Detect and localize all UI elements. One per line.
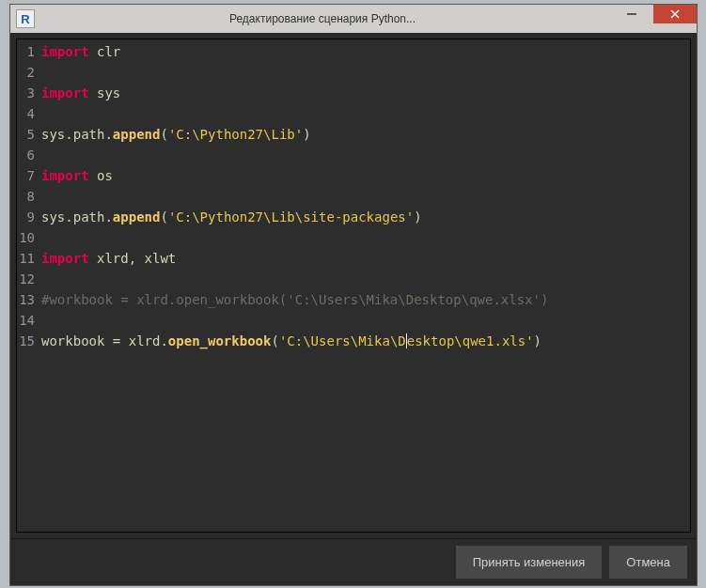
line-number: 12 <box>17 269 38 289</box>
code-line[interactable] <box>41 62 690 83</box>
app-icon: R <box>16 9 35 28</box>
line-number: 3 <box>17 83 38 103</box>
code-line[interactable] <box>41 310 690 331</box>
code-line[interactable] <box>41 145 690 165</box>
cancel-button[interactable]: Отмена <box>609 546 687 579</box>
line-number: 10 <box>17 227 38 248</box>
code-line[interactable] <box>41 186 690 207</box>
close-icon <box>670 9 680 19</box>
code-editor[interactable]: 123456789101112131415 import clr import … <box>16 39 691 533</box>
line-number: 6 <box>17 145 38 165</box>
close-button[interactable] <box>653 5 697 23</box>
code-area[interactable]: import clr import sys sys.path.append('C… <box>38 39 690 532</box>
line-number: 4 <box>17 103 38 124</box>
line-number: 7 <box>17 165 38 186</box>
window-title: Редактирование сценария Python... <box>35 12 610 25</box>
accept-button[interactable]: Принять изменения <box>456 546 603 579</box>
line-number: 15 <box>17 331 38 351</box>
titlebar[interactable]: R Редактирование сценария Python... <box>10 5 697 33</box>
line-number: 13 <box>17 289 38 310</box>
line-number: 11 <box>17 248 38 269</box>
line-gutter: 123456789101112131415 <box>17 39 38 532</box>
code-line[interactable]: import os <box>41 165 690 186</box>
minimize-icon <box>626 8 637 20</box>
code-line[interactable] <box>41 269 690 289</box>
code-line[interactable]: import sys <box>41 83 690 103</box>
line-number: 5 <box>17 124 38 145</box>
code-line[interactable]: sys.path.append('C:\Python27\Lib') <box>41 124 690 145</box>
line-number: 8 <box>17 186 38 207</box>
line-number: 1 <box>17 41 38 62</box>
line-number: 2 <box>17 62 38 83</box>
minimize-button[interactable] <box>610 5 653 23</box>
code-line[interactable]: import clr <box>41 41 690 62</box>
code-line[interactable] <box>41 103 690 124</box>
window-buttons <box>610 5 697 33</box>
dialog-footer: Принять изменения Отмена <box>10 538 697 585</box>
code-line[interactable]: workbook = xlrd.open_workbook('C:\Users\… <box>41 331 690 351</box>
code-line[interactable]: import xlrd, xlwt <box>41 248 690 269</box>
code-line[interactable] <box>41 227 690 248</box>
code-line[interactable]: #workbook = xlrd.open_workbook('C:\Users… <box>41 289 690 310</box>
editor-window: R Редактирование сценария Python... 1234… <box>9 4 698 586</box>
line-number: 14 <box>17 310 38 331</box>
code-line[interactable]: sys.path.append('C:\Python27\Lib\site-pa… <box>41 207 690 227</box>
line-number: 9 <box>17 207 38 227</box>
